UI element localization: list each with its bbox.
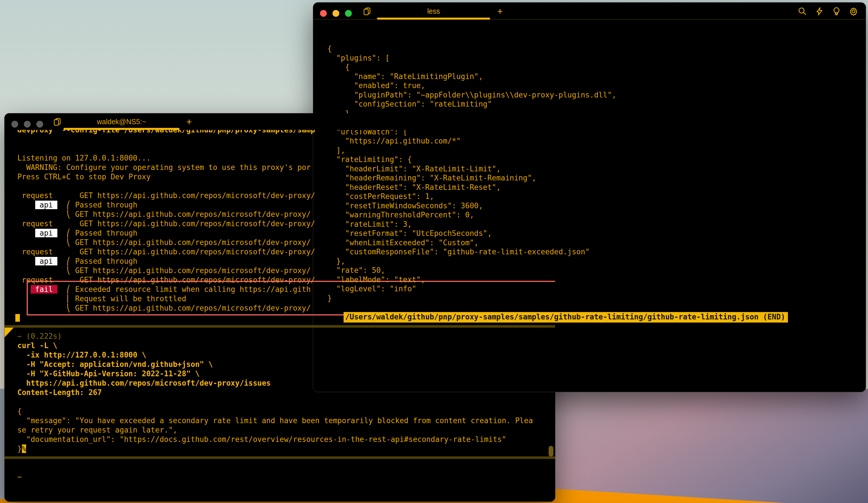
terminal-line: -H "Accept: application/vnd.github+json"… <box>17 360 552 369</box>
terminal-text: ⎛ Exceeded resource limit when calling h… <box>66 285 311 293</box>
json-line: ], <box>327 146 860 155</box>
back-traffic-lights <box>11 121 43 128</box>
terminal-text <box>58 229 66 237</box>
terminal-text <box>17 257 35 265</box>
json-line: } <box>327 293 860 303</box>
search-icon[interactable] <box>798 7 807 16</box>
json-line: "configSection": "rateLimiting" <box>327 100 860 109</box>
terminal-text: "documentation_url": "https://docs.githu… <box>17 435 506 444</box>
fail-badge: fail <box>31 285 58 293</box>
json-line: "resetFormat": "UtcEpochSeconds", <box>327 229 860 238</box>
gear-icon[interactable] <box>849 7 858 16</box>
less-status-line: /Users/waldek/github/pnp/proxy-samples/s… <box>343 312 788 323</box>
front-traffic-lights <box>320 10 352 17</box>
json-line: "warningThresholdPercent": 0, <box>327 210 860 220</box>
terminal-line: se retry your request again later.", <box>17 425 552 435</box>
terminal-text <box>58 285 66 293</box>
close-button[interactable] <box>11 121 18 128</box>
terminal-text: ⎜ Request will be throttled <box>17 294 186 303</box>
terminal-text: ⎛ Passed through <box>66 257 137 265</box>
json-line: { <box>327 44 860 53</box>
terminal-text: % <box>22 444 27 453</box>
terminal-text: request GET https://api.github.com/repos… <box>17 276 315 284</box>
mark-flag <box>4 328 14 337</box>
json-line: "headerLimit": "X-RateLimit-Limit", <box>327 164 860 174</box>
terminal-text: "message": "You have exceeded a secondar… <box>17 416 533 425</box>
terminal-line: https://api.github.com/repos/microsoft/d… <box>17 379 552 388</box>
api-badge: api <box>35 257 58 265</box>
json-line: "plugins": [ <box>327 53 860 63</box>
json-line: "headerRemaining": "X-RateLimit-Remainin… <box>327 173 860 183</box>
new-tab-button[interactable]: + <box>497 6 503 16</box>
less-json-view: { "plugins": [ { "name": "RateLimitingPl… <box>313 20 866 332</box>
terminal-text: { <box>17 407 22 415</box>
bulb-icon[interactable] <box>831 7 841 16</box>
terminal-text: ⎝ GET https://api.github.com/repos/micro… <box>17 266 311 275</box>
json-line: "headerReset": "X-RateLimit-Reset", <box>327 183 860 192</box>
json-line: "rate": 50, <box>327 266 860 275</box>
new-tab-button[interactable]: + <box>186 117 192 127</box>
tab-less[interactable]: less <box>377 7 490 16</box>
book-icon[interactable] <box>52 117 62 127</box>
tab-terminal-session[interactable]: waldek@NS5:~ <box>64 118 179 126</box>
zoom-button[interactable] <box>345 10 352 17</box>
front-titlebar: less + <box>313 2 866 20</box>
terminal-text: ~ (0.222s) <box>17 332 62 341</box>
terminal-line: { <box>17 407 552 416</box>
terminal-line: }% <box>17 444 552 454</box>
terminal-text: ~ <box>17 473 22 481</box>
json-line: "costPerRequest": 1, <box>327 192 860 201</box>
terminal-line: curl -L \ <box>17 341 552 350</box>
terminal-text: https://api.github.com/repos/microsoft/d… <box>17 379 271 388</box>
terminal-text: -H "Accept: application/vnd.github+json"… <box>17 360 213 369</box>
terminal-line: -ix http://127.0.0.1:8000 \ <box>17 350 552 360</box>
terminal-text <box>17 285 31 293</box>
json-line: "labelMode": "text", <box>327 275 860 284</box>
json-line: }, <box>327 256 860 266</box>
json-line: "https://api.github.com/*" <box>327 137 860 146</box>
titlebar-tools <box>798 7 858 16</box>
terminal-text: se retry your request again later.", <box>17 426 177 434</box>
terminal-text: curl -L \ <box>17 341 58 350</box>
json-line: "pluginPath": "~appFolder\\plugins\\dev-… <box>327 90 860 100</box>
zoom-button[interactable] <box>37 121 43 128</box>
terminal-text: WARNING: Configure your operating system… <box>17 163 311 172</box>
terminal-text: ⎝ GET https://api.github.com/repos/micro… <box>17 210 311 219</box>
minimize-button[interactable] <box>24 121 31 128</box>
terminal-text: ⎝ GET https://api.github.com/repos/micro… <box>17 304 311 312</box>
back-titlebar: waldek@NS5:~ + <box>4 113 555 130</box>
terminal-line <box>17 397 552 407</box>
api-badge: api <box>35 229 58 237</box>
terminal-text: -H "X-GitHub-Api-Version: 2022-11-28" \ <box>17 370 200 378</box>
terminal-text: Press CTRL+C to stop Dev Proxy <box>17 172 151 181</box>
json-line: "resetTimeWindowSeconds": 3600, <box>327 201 860 211</box>
json-line: "rateLimiting": { <box>327 155 860 164</box>
json-line: "customResponseFile": "github-rate-limit… <box>327 247 860 256</box>
json-line: "rateLimit": 3, <box>327 220 860 229</box>
terminal-text: Content-Length: 267 <box>17 388 102 397</box>
terminal-text: } <box>17 444 22 453</box>
bolt-icon[interactable] <box>815 7 824 16</box>
book-icon[interactable] <box>362 6 372 17</box>
json-lines: { "plugins": [ { "name": "RateLimitingPl… <box>327 44 860 303</box>
close-button[interactable] <box>320 10 327 17</box>
terminal-text: Listening on 127.0.0.1:8000... <box>17 154 151 162</box>
terminal-text <box>17 201 35 209</box>
json-line: "whenLimitExceeded": "Custom", <box>327 238 860 248</box>
terminal-line: ~ <box>17 472 552 482</box>
terminal-text: request GET https://api.github.com/repos… <box>17 219 315 228</box>
active-tab-underline <box>64 128 179 130</box>
terminal-text: ⎛ Passed through <box>66 201 137 209</box>
terminal-line: Content-Length: 267 <box>17 388 552 397</box>
terminal-text: ⎛ Passed through <box>66 229 137 237</box>
terminal-line: "message": "You have exceeded a secondar… <box>17 416 552 425</box>
active-tab-underline <box>377 18 490 20</box>
json-line: { <box>327 62 860 72</box>
json-line: "logLevel": "info" <box>327 284 860 293</box>
json-line: "name": "RateLimitingPlugin", <box>327 72 860 81</box>
json-line: "enabled": true, <box>327 81 860 90</box>
terminal-line <box>17 463 552 472</box>
minimize-button[interactable] <box>332 10 339 17</box>
terminal-text: request GET https://api.github.com/repos… <box>17 191 315 200</box>
terminal-line: ~ (0.222s) <box>17 332 552 341</box>
